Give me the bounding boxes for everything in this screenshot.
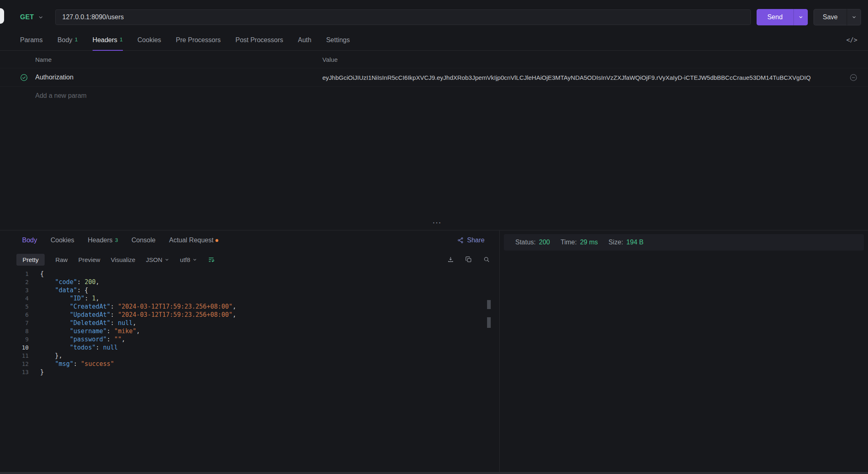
response-panel: Body Cookies Headers3 Console Actual Req… — [0, 230, 868, 474]
line-number: 2 — [0, 278, 29, 286]
copy-response-icon[interactable] — [465, 256, 472, 263]
table-row: Authorization eyJhbGciOiJIUzI1NiIsInR5cC… — [0, 68, 868, 87]
remove-row-icon[interactable] — [850, 74, 857, 81]
format-select-value: JSON — [146, 256, 162, 263]
response-toolbar: Pretty Raw Preview Visualize JSON utf8 — [0, 250, 499, 269]
size-label: Size: — [609, 239, 623, 246]
code-line-3[interactable]: 3 "data": { — [0, 286, 499, 294]
code-line-content: "username": "mike", — [40, 327, 140, 335]
line-number: 12 — [0, 360, 29, 368]
overview-ruler-mark — [487, 317, 491, 328]
tab-label: Actual Request — [169, 237, 214, 244]
code-line-content: "code": 200, — [40, 278, 100, 286]
add-param-placeholder[interactable]: Add a new param — [35, 92, 322, 99]
tab-settings[interactable]: Settings — [326, 29, 350, 50]
tab-post-processors[interactable]: Post Processors — [236, 29, 283, 50]
request-tabs: Params Body1 Headers1 Cookies Pre Proces… — [0, 29, 868, 51]
overview-ruler-mark — [487, 300, 491, 309]
code-line-11[interactable]: 11 }, — [0, 352, 499, 360]
download-response-icon[interactable] — [447, 256, 454, 263]
view-pretty-button[interactable]: Pretty — [16, 254, 45, 266]
tab-label: Pre Processors — [176, 36, 220, 44]
save-button[interactable]: Save — [814, 9, 847, 25]
code-line-13[interactable]: 13} — [0, 368, 499, 376]
response-tab-cookies[interactable]: Cookies — [50, 237, 74, 244]
line-number: 9 — [0, 335, 29, 343]
code-line-12[interactable]: 12 "msg": "success" — [0, 360, 499, 368]
code-line-5[interactable]: 5 "CreatedAt": "2024-03-12T17:59:23.256+… — [0, 302, 499, 311]
panel-resize-handle[interactable]: ⋯ — [432, 219, 442, 227]
line-number: 11 — [0, 352, 29, 360]
code-line-content: { — [40, 270, 44, 278]
response-tab-headers[interactable]: Headers3 — [88, 237, 118, 244]
code-line-2[interactable]: 2 "code": 200, — [0, 278, 499, 286]
send-dropdown-button[interactable] — [793, 9, 808, 25]
tab-count: 3 — [115, 237, 118, 243]
tab-cookies[interactable]: Cookies — [138, 29, 161, 50]
size-value: 194 B — [626, 239, 644, 246]
response-tab-actual-request[interactable]: Actual Request — [169, 237, 219, 244]
tab-pre-processors[interactable]: Pre Processors — [176, 29, 220, 50]
tab-label: Auth — [298, 36, 311, 44]
response-body-editor[interactable]: 1{2 "code": 200,3 "data": {4 "ID": 1,5 "… — [0, 269, 499, 474]
status-value: 200 — [539, 239, 550, 246]
tab-auth[interactable]: Auth — [298, 29, 311, 50]
send-button[interactable]: Send — [757, 9, 793, 25]
tab-body[interactable]: Body1 — [57, 29, 78, 50]
headers-table-header: Name Value — [0, 51, 868, 68]
tab-label: Body — [57, 36, 72, 44]
tab-count: 1 — [120, 36, 122, 43]
column-header-name: Name — [35, 56, 322, 63]
code-line-content: "ID": 1, — [40, 294, 100, 302]
code-line-7[interactable]: 7 "DeletedAt": null, — [0, 319, 499, 327]
code-line-content: "todos": null — [40, 343, 118, 352]
line-number: 3 — [0, 286, 29, 294]
header-value-cell[interactable]: eyJhbGciOiJIUzI1NiIsInR5cCI6IkpXVCJ9.eyJ… — [322, 74, 811, 81]
view-raw-button[interactable]: Raw — [55, 256, 68, 263]
code-editor-lines: 1{2 "code": 200,3 "data": {4 "ID": 1,5 "… — [0, 270, 499, 376]
view-preview-button[interactable]: Preview — [78, 256, 100, 263]
format-select[interactable]: JSON — [146, 256, 169, 263]
save-button-group: Save — [814, 9, 861, 25]
code-line-content: "msg": "success" — [40, 360, 114, 368]
word-wrap-icon[interactable] — [208, 256, 215, 263]
line-number: 13 — [0, 368, 29, 376]
enabled-check-icon[interactable] — [20, 74, 28, 81]
save-dropdown-button[interactable] — [847, 9, 861, 25]
code-view-icon[interactable]: </> — [846, 36, 857, 44]
code-line-1[interactable]: 1{ — [0, 270, 499, 278]
search-icon[interactable] — [483, 256, 490, 263]
tab-label: Console — [131, 237, 156, 244]
encoding-select-value: utf8 — [180, 256, 190, 263]
sidebar-collapsed-handle[interactable] — [0, 8, 4, 24]
header-name-cell[interactable]: Authorization — [35, 74, 73, 81]
request-panel: GET Send Save Params Body1 Headers1 Cook — [0, 8, 868, 230]
tab-headers[interactable]: Headers1 — [93, 29, 123, 50]
share-button[interactable]: Share — [457, 237, 485, 244]
method-select[interactable]: GET — [20, 14, 55, 21]
time-metric: Time: 29 ms — [561, 239, 598, 246]
code-line-4[interactable]: 4 "ID": 1, — [0, 294, 499, 302]
status-label: Status: — [515, 239, 536, 246]
line-number: 6 — [0, 311, 29, 319]
view-visualize-button[interactable]: Visualize — [111, 256, 136, 263]
url-input[interactable] — [55, 9, 751, 25]
code-line-6[interactable]: 6 "UpdatedAt": "2024-03-12T17:59:23.256+… — [0, 311, 499, 319]
send-button-group: Send — [757, 9, 807, 25]
response-tab-body[interactable]: Body — [22, 237, 37, 244]
response-tab-console[interactable]: Console — [131, 237, 156, 244]
share-icon — [457, 237, 464, 244]
tab-params[interactable]: Params — [20, 29, 43, 50]
encoding-select[interactable]: utf8 — [180, 256, 197, 263]
code-line-10[interactable]: 10 "todos": null — [0, 343, 499, 352]
add-param-row[interactable]: Add a new param — [0, 87, 868, 105]
code-line-9[interactable]: 9 "password": "", — [0, 335, 499, 343]
response-body-panel: Body Cookies Headers3 Console Actual Req… — [0, 230, 500, 474]
chevron-down-icon — [165, 257, 169, 262]
code-line-content: } — [40, 368, 44, 376]
modified-dot — [215, 239, 218, 242]
line-number: 8 — [0, 327, 29, 335]
code-line-8[interactable]: 8 "username": "mike", — [0, 327, 499, 335]
line-number: 10 — [0, 343, 29, 352]
api-client-window: GET Send Save Params Body1 Headers1 Cook — [0, 0, 868, 474]
